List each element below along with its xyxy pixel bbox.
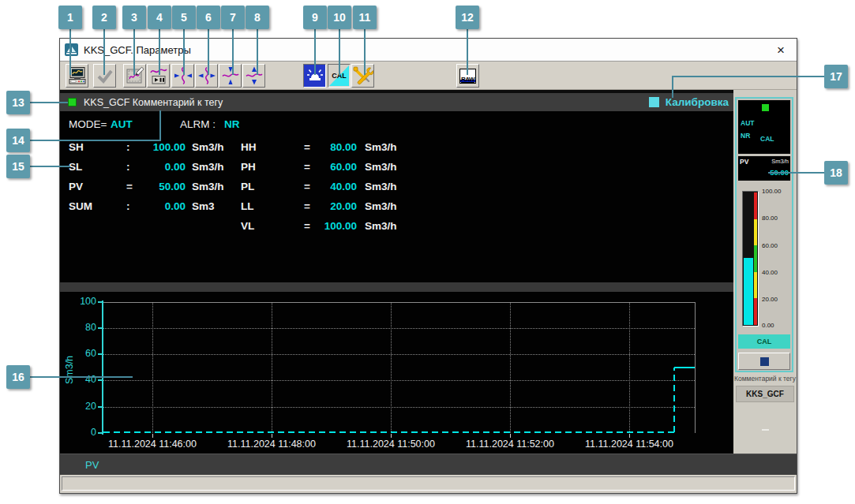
faceplate-dash — [762, 429, 769, 431]
zoom-out-vertical-icon — [245, 66, 264, 85]
callout-badge-16: 16 — [6, 365, 30, 389]
alrm-value: NR — [224, 117, 240, 133]
callout-line-17b — [672, 76, 673, 98]
faceplate-tag-name: KKS_GCF — [736, 386, 794, 402]
callout-badge-12: 12 — [456, 6, 479, 29]
param-row-sl-ph: SL : 0.00 Sm3/h PH = 60.00 Sm3/h — [60, 159, 733, 175]
bargraph-limit-strip — [754, 192, 757, 325]
bar-scale-label: 40.00 — [762, 269, 778, 276]
callout-badge-11: 11 — [353, 6, 377, 29]
panel-separator — [60, 282, 733, 292]
x-tick-label: 11.11.2024 11:48:00 — [204, 439, 339, 450]
title-bar: KKS_GCF. Параметры × — [60, 39, 797, 62]
callout-badge-6: 6 — [197, 6, 220, 29]
callout-line-7 — [232, 29, 234, 75]
close-button[interactable]: × — [773, 43, 789, 58]
zoom-out-vertical-button[interactable] — [242, 64, 265, 88]
param-row-sum-ll: SUM : 0.00 Sm3 LL = 20.00 Sm3/h — [60, 199, 733, 215]
status-bar — [60, 475, 797, 493]
trend-legend-pv[interactable]: PV — [85, 459, 99, 471]
bargraph-fill — [744, 258, 753, 325]
y-tick: 100 — [65, 296, 96, 307]
x-tick-label: 11.11.2024 11:54:00 — [562, 439, 696, 450]
callout-line-1 — [69, 29, 71, 75]
callout-badge-2: 2 — [92, 6, 116, 29]
tools-icon — [353, 65, 373, 86]
zoom-out-horizontal-button[interactable] — [195, 64, 218, 88]
callout-badge-18: 18 — [824, 161, 848, 185]
bar-scale-label: 20.00 — [762, 296, 778, 303]
faceplate-cal-button[interactable]: CAL — [738, 334, 790, 349]
callout-badge-14: 14 — [6, 129, 30, 152]
faceplate-pv-display: PV Sm3/h 50.00 — [738, 156, 790, 181]
callout-line-2 — [103, 29, 105, 75]
faceplate-status-display: AUT NR CAL — [738, 100, 790, 154]
window-title: KKS_GCF. Параметры — [84, 44, 191, 56]
status-field — [62, 476, 795, 491]
faceplate-square-button[interactable] — [738, 353, 790, 370]
x-tick-label: 11.11.2024 11:46:00 — [85, 439, 219, 450]
callout-line-6 — [208, 29, 209, 75]
app-icon — [65, 43, 78, 56]
callout-line-17 — [672, 76, 824, 77]
alrm-label: ALRM : — [180, 117, 216, 133]
callout-line-9 — [314, 29, 316, 75]
y-tick: 20 — [65, 401, 96, 412]
faceplate-cal-indicator: CAL — [760, 135, 774, 143]
callout-badge-4: 4 — [148, 6, 171, 29]
zoom-out-horizontal-icon — [197, 66, 216, 85]
callout-line-8 — [257, 29, 258, 75]
callout-badge-9: 9 — [303, 6, 327, 29]
callout-line-10 — [339, 29, 340, 75]
parameters-and-trend-area: KKS_GCF Комментарий к тегу Калибровка MO… — [60, 90, 733, 454]
callout-line-5 — [183, 29, 185, 75]
faceplate-mode: AUT — [741, 119, 754, 127]
calibration-indicator — [649, 97, 659, 107]
callout-line-4 — [159, 29, 160, 75]
square-icon — [760, 357, 769, 366]
tag-faceplate: AUT NR CAL PV Sm3/h 50.00 100.00 80.00 6… — [733, 90, 797, 454]
callout-badge-1: 1 — [58, 6, 82, 29]
plot-border-right — [695, 302, 696, 433]
tag-header-bar: KKS_GCF Комментарий к тегу Калибровка — [60, 93, 733, 111]
tag-comment-title: KKS_GCF Комментарий к тегу — [84, 97, 223, 108]
tag-status-indicator — [68, 98, 77, 106]
y-tick: 60 — [65, 348, 96, 359]
main-area: KKS_GCF Комментарий к тегу Калибровка MO… — [60, 90, 797, 454]
faceplate-status-indicator — [762, 104, 769, 111]
pv-trend-line — [103, 302, 695, 433]
faceplate-frame: AUT NR CAL PV Sm3/h 50.00 100.00 80.00 6… — [735, 97, 793, 372]
tools-button[interactable] — [351, 64, 374, 88]
callout-line-14b — [159, 110, 161, 141]
callout-line-3 — [133, 29, 135, 75]
bar-scale-label: 60.00 — [762, 242, 778, 249]
zoom-in-vertical-button[interactable] — [219, 64, 242, 88]
zoom-in-vertical-icon — [221, 66, 240, 85]
trend-legend-bar: PV — [60, 454, 797, 475]
faceplate-pv-unit: Sm3/h — [771, 158, 789, 165]
callout-line-15 — [30, 166, 70, 167]
param-row-sh-hh: SH : 100.00 Sm3/h HH = 80.00 Sm3/h — [60, 140, 733, 155]
callout-badge-10: 10 — [328, 6, 351, 29]
callout-line-14 — [30, 140, 161, 141]
bar-scale-label: 0.00 — [762, 322, 774, 329]
x-tick-label: 11.11.2024 11:52:00 — [443, 439, 577, 450]
mode-label: MODE= — [69, 117, 107, 133]
bar-scale-label: 100.00 — [762, 188, 781, 195]
callout-badge-5: 5 — [172, 6, 196, 29]
mode-value: AUT — [111, 117, 133, 133]
param-row-vl: VL = 100.00 Sm3/h — [60, 218, 733, 234]
callout-line-11 — [364, 29, 366, 75]
callout-badge-15: 15 — [6, 155, 30, 178]
trend-chart: Sm3/h 100 80 60 40 20 0 — [60, 292, 733, 454]
y-tick: 0 — [65, 427, 96, 438]
faceplate-comment-caption: Комментарий к тегу — [733, 375, 797, 383]
x-tick-label: 11.11.2024 11:50:00 — [324, 439, 458, 450]
callout-badge-13: 13 — [6, 91, 30, 114]
callout-line-12 — [467, 29, 468, 75]
callout-badge-7: 7 — [221, 6, 245, 29]
faceplate-bargraph — [742, 191, 759, 327]
callout-badge-3: 3 — [122, 6, 146, 29]
callout-badge-8: 8 — [246, 6, 269, 29]
callout-line-16 — [30, 376, 133, 378]
